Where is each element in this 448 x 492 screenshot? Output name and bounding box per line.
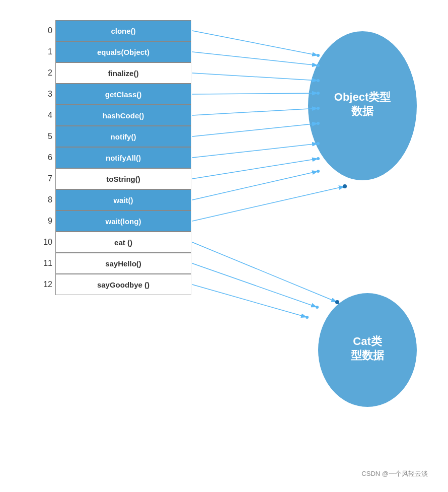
- index-1: 1: [40, 47, 55, 56]
- svg-line-14: [192, 159, 318, 179]
- svg-line-8: [192, 52, 318, 65]
- method-cell-6: notifyAll(): [55, 147, 191, 168]
- method-cell-11: sayHello(): [55, 253, 191, 274]
- method-row-11: 11 sayHello(): [40, 253, 191, 274]
- method-cell-12: sayGoodbye (): [55, 274, 191, 295]
- method-cell-3: getClass(): [55, 84, 191, 105]
- index-11: 11: [40, 259, 55, 268]
- svg-line-18: [192, 263, 317, 307]
- svg-line-9: [192, 73, 318, 81]
- method-row-9: 9 wait(long): [40, 210, 191, 232]
- method-cell-4: hashCode(): [55, 105, 191, 126]
- svg-text:型数据: 型数据: [351, 349, 385, 362]
- index-4: 4: [40, 111, 55, 120]
- method-cell-10: eat (): [55, 232, 191, 253]
- method-row-4: 4 hashCode(): [40, 105, 191, 126]
- method-row-0: 0 clone(): [40, 20, 191, 41]
- method-table: 0 clone() 1 equals(Object) 2 finalize() …: [40, 20, 191, 295]
- watermark: CSDN @一个风轻云淡: [361, 469, 428, 478]
- method-row-8: 8 wait(): [40, 189, 191, 210]
- method-row-6: 6 notifyAll(): [40, 147, 191, 168]
- method-row-5: 5 notify(): [40, 126, 191, 147]
- svg-line-16: [192, 186, 345, 221]
- index-6: 6: [40, 153, 55, 162]
- index-3: 3: [40, 90, 55, 99]
- svg-line-17: [192, 242, 337, 302]
- svg-line-15: [192, 171, 318, 200]
- svg-text:Cat类: Cat类: [353, 335, 382, 347]
- index-9: 9: [40, 217, 55, 226]
- svg-line-7: [192, 31, 318, 55]
- method-row-7: 7 toString(): [40, 168, 191, 189]
- method-cell-2: finalize(): [55, 62, 191, 84]
- method-cell-9: wait(long): [55, 210, 191, 232]
- method-cell-7: toString(): [55, 168, 191, 189]
- svg-text:Object类型: Object类型: [334, 91, 391, 103]
- svg-line-12: [192, 123, 318, 136]
- index-10: 10: [40, 238, 55, 247]
- svg-line-11: [192, 108, 318, 115]
- index-5: 5: [40, 132, 55, 141]
- index-12: 12: [40, 280, 55, 289]
- method-row-12: 12 sayGoodbye (): [40, 274, 191, 295]
- diagram-container: 0 clone() 1 equals(Object) 2 finalize() …: [10, 10, 438, 483]
- method-row-10: 10 eat (): [40, 232, 191, 253]
- svg-line-13: [192, 144, 318, 158]
- index-8: 8: [40, 195, 55, 204]
- method-cell-1: equals(Object): [55, 41, 191, 62]
- svg-line-10: [192, 93, 318, 94]
- svg-line-19: [192, 285, 307, 317]
- method-cell-0: clone(): [55, 20, 191, 41]
- method-cell-8: wait(): [55, 189, 191, 210]
- method-cell-5: notify(): [55, 126, 191, 147]
- svg-text:数据: 数据: [351, 105, 374, 117]
- method-row-3: 3 getClass(): [40, 84, 191, 105]
- method-row-1: 1 equals(Object): [40, 41, 191, 62]
- index-0: 0: [40, 26, 55, 35]
- svg-point-32: [306, 316, 309, 319]
- index-2: 2: [40, 68, 55, 78]
- index-7: 7: [40, 174, 55, 183]
- cat-ellipse: Cat类 型数据: [317, 292, 418, 408]
- method-row-2: 2 finalize(): [40, 62, 191, 84]
- svg-point-29: [343, 184, 347, 188]
- object-ellipse: Object类型 数据: [307, 30, 418, 181]
